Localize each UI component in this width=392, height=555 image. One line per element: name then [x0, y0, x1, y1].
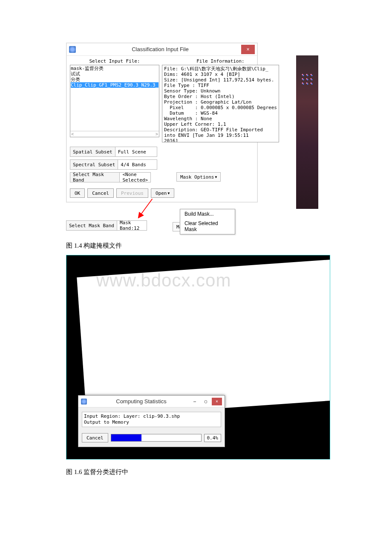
menu-clear-mask[interactable]: Clear Selected Mask: [180, 219, 235, 234]
spectral-subset-row[interactable]: Spectral Subset 4/4 Bands: [70, 159, 157, 170]
mask-options-button[interactable]: Mask Options ▼: [176, 172, 221, 182]
menu-build-mask[interactable]: Build Mask...: [180, 209, 235, 219]
satellite-image-strip: [296, 55, 318, 209]
progress-fill: [111, 434, 142, 441]
chevron-down-icon: ▼: [215, 175, 217, 179]
stats-info-text: Input Region: Layer: clip-90.3.shp Outpu…: [82, 412, 221, 427]
figure-1-6-caption: 图 1.6 监督分类进行中: [66, 468, 332, 476]
spatial-subset-row[interactable]: Spatial Subset Full Scene: [70, 147, 157, 157]
spectral-subset-value: 4/4 Bands: [118, 162, 157, 168]
spectral-subset-button[interactable]: Spectral Subset: [70, 160, 118, 169]
stats-titlebar: Computing Statistics — ▢ ×: [78, 396, 225, 408]
list-item[interactable]: 分类: [71, 77, 159, 82]
dialog-titlebar: Classification Input File ×: [66, 43, 257, 56]
close-button[interactable]: ×: [241, 45, 255, 54]
computing-statistics-dialog: Computing Statistics — ▢ × Input Region:…: [78, 395, 225, 447]
maximize-button[interactable]: ▢: [201, 398, 211, 405]
figure-1-4-caption: 图 1.4 构建掩模文件: [66, 242, 332, 250]
close-button[interactable]: ×: [212, 398, 222, 405]
mask-options-menu: Build Mask... Clear Selected Mask: [180, 209, 235, 234]
cancel-button[interactable]: Cancel: [87, 188, 114, 198]
ok-button[interactable]: OK: [70, 188, 85, 198]
select-mask-band-button[interactable]: Select Mask Band: [70, 173, 120, 182]
stats-cancel-button[interactable]: Cancel: [82, 433, 108, 442]
select-input-label: Select Input File:: [70, 58, 159, 64]
select-mask-band-value-2: Mask Band:12: [117, 220, 147, 231]
open-button[interactable]: Open ▼: [151, 188, 174, 198]
open-label: Open: [156, 191, 167, 196]
envi-icon: [69, 46, 76, 53]
scroll-left-icon[interactable]: <: [71, 131, 74, 137]
scroll-right-icon[interactable]: >: [156, 131, 158, 137]
minimize-button[interactable]: —: [190, 398, 200, 405]
watermark-text: www.bdocx.com: [96, 270, 231, 291]
figure-1-6-container: www.bdocx.com Computing Statistics — ▢ ×…: [66, 255, 330, 460]
chevron-down-icon: ▼: [167, 191, 170, 195]
select-mask-band-row[interactable]: Select Mask Band <None Selected>: [70, 172, 151, 182]
mask-options-label: Mask Options: [180, 174, 214, 180]
select-mask-band-button-2[interactable]: Select Mask Band: [66, 221, 117, 230]
file-info-text: File: G:\科目\数字天地实习\剩余数据\Clip_ Dims: 4601…: [162, 65, 279, 142]
stats-dialog-title: Computing Statistics: [93, 398, 190, 405]
select-mask-band-row-2[interactable]: Select Mask Band Mask Band:12: [66, 220, 147, 231]
classification-input-dialog: Classification Input File × Select Input…: [66, 43, 258, 202]
envi-icon: [81, 399, 87, 405]
file-info-label: File Information:: [162, 58, 279, 64]
list-item[interactable]: 试试: [71, 71, 159, 77]
spatial-subset-button[interactable]: Spatial Subset: [70, 147, 115, 156]
progress-bar: [111, 434, 202, 442]
progress-percent: 0.4%: [204, 434, 222, 442]
list-item[interactable]: mask-监督分类: [71, 66, 159, 71]
spatial-subset-value: Full Scene: [115, 149, 157, 155]
figure-1-4-container: Classification Input File × Select Input…: [66, 43, 292, 233]
input-file-listbox[interactable]: mask-监督分类 试试 分类 Clip_Clip_GF1_PMS2_E90.3…: [70, 65, 159, 137]
select-mask-band-value: <None Selected>: [120, 172, 150, 183]
dialog-title: Classification Input File: [79, 46, 241, 52]
previous-button[interactable]: Previous: [116, 188, 148, 198]
list-item-selected[interactable]: Clip_Clip_GF1_PMS2_E90.3_N29.3_20150909: [71, 82, 159, 88]
